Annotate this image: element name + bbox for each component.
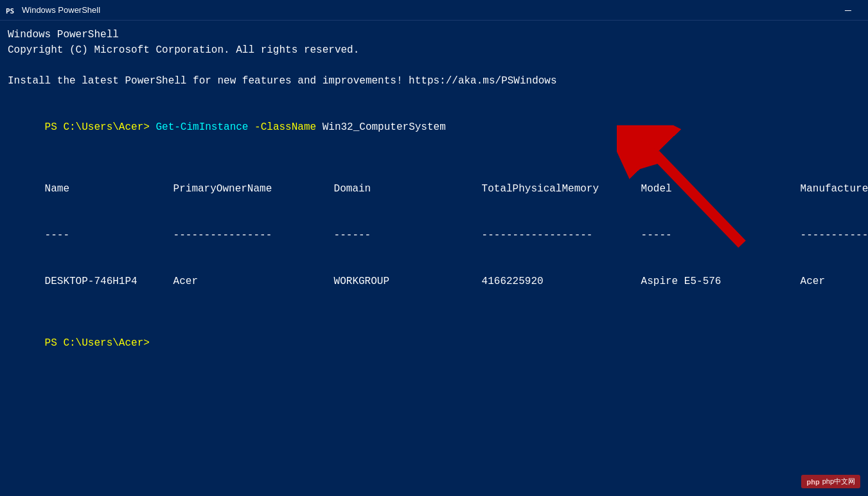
line-ps-title: Windows PowerShell bbox=[8, 27, 860, 42]
prompt2: PS C:\Users\Acer> bbox=[45, 337, 156, 349]
col-name-header: Name bbox=[45, 181, 173, 197]
line-empty3 bbox=[8, 150, 860, 166]
space1 bbox=[248, 121, 254, 133]
col-memory-header: TotalPhysicalMemory bbox=[482, 181, 641, 197]
terminal-content: Windows PowerShell Copyright (C) Microso… bbox=[0, 21, 868, 371]
col-owner-header: PrimaryOwnerName bbox=[173, 181, 334, 197]
sep-model: ----- bbox=[641, 227, 801, 243]
col-domain-header: Domain bbox=[334, 181, 482, 197]
val-domain: WORKGROUP bbox=[334, 274, 482, 289]
sep-name: ---- bbox=[45, 227, 173, 243]
titlebar: PS Windows PowerShell ─ bbox=[0, 0, 868, 21]
table-header-row: NamePrimaryOwnerNameDomainTotalPhysicalM… bbox=[8, 166, 860, 212]
val-memory: 4166225920 bbox=[482, 274, 641, 289]
watermark: php php中文网 bbox=[801, 475, 860, 488]
line-empty1 bbox=[8, 58, 860, 73]
val-model: Aspire E5-576 bbox=[641, 274, 801, 289]
param-value: Win32_ComputerSystem bbox=[323, 121, 446, 133]
sep-manufacturer: ------------ bbox=[801, 229, 868, 241]
table-data-row: DESKTOP-746H1P4AcerWORKGROUP4166225920As… bbox=[8, 258, 860, 305]
val-name: DESKTOP-746H1P4 bbox=[45, 274, 173, 289]
sep-owner: ---------------- bbox=[173, 227, 334, 243]
svg-text:PS: PS bbox=[6, 7, 14, 15]
sep-memory: ------------------ bbox=[482, 227, 641, 243]
watermark-text: php中文网 bbox=[822, 477, 855, 486]
table-separator-row: ----------------------------------------… bbox=[8, 212, 860, 258]
minimize-button[interactable]: ─ bbox=[833, 0, 863, 21]
powershell-icon: PS bbox=[5, 4, 17, 16]
val-manufacturer: Acer bbox=[801, 276, 825, 287]
watermark-php-label: php bbox=[806, 478, 819, 486]
prompt-line2: PS C:\Users\Acer> bbox=[8, 320, 860, 366]
line-empty2 bbox=[8, 89, 860, 104]
window-title: Windows PowerShell bbox=[22, 5, 100, 15]
line-copyright: Copyright (C) Microsoft Corporation. All… bbox=[8, 42, 860, 58]
prompt1: PS C:\Users\Acer> bbox=[45, 121, 156, 133]
line-empty4 bbox=[8, 305, 860, 320]
sep-domain: ------ bbox=[334, 227, 482, 243]
command-keyword: Get-CimInstance bbox=[155, 121, 248, 133]
command-line: PS C:\Users\Acer> Get-CimInstance -Class… bbox=[8, 104, 860, 150]
param-flag: -ClassName bbox=[254, 121, 316, 133]
val-owner: Acer bbox=[173, 274, 334, 289]
col-model-header: Model bbox=[641, 181, 801, 197]
line-install: Install the latest PowerShell for new fe… bbox=[8, 73, 860, 89]
space2 bbox=[316, 121, 323, 133]
col-manufacturer-header: Manufacturer bbox=[801, 183, 868, 195]
